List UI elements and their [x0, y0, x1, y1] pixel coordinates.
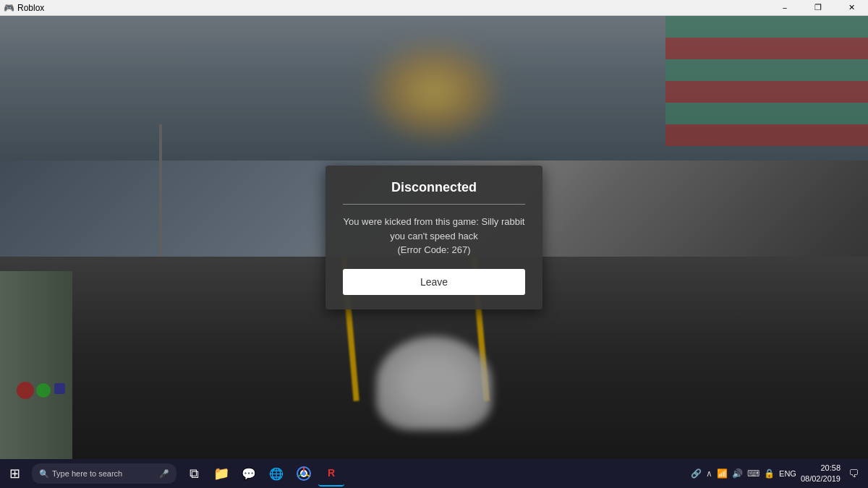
taskbar: ⊞ 🔍 Type here to search 🎤 ⧉ 📁 💬 🌐 R 🔗 ∧ … [0, 459, 868, 488]
modal-divider [343, 204, 525, 205]
volume-icon[interactable]: 🔊 [732, 468, 743, 479]
svg-line-7 [306, 474, 310, 476]
microphone-icon[interactable]: 🎤 [159, 469, 169, 479]
modal-overlay: Disconnected You were kicked from this g… [0, 16, 868, 459]
notification-button[interactable]: 🗨 [845, 465, 862, 482]
security-icon[interactable]: 🔒 [764, 468, 775, 479]
close-button[interactable]: ✕ [835, 0, 868, 16]
roblox-button[interactable]: R [318, 461, 344, 487]
language-icon[interactable]: ENG [779, 469, 796, 478]
taskbar-right: 🔗 ∧ 📶 🔊 ⌨ 🔒 ENG 20:58 08/02/2019 🗨 [691, 463, 868, 485]
network-icon[interactable]: 🔗 [691, 468, 702, 479]
disconnected-modal: Disconnected You were kicked from this g… [326, 166, 542, 309]
minimize-button[interactable]: − [768, 0, 801, 16]
hidden-icons-button[interactable]: ∧ [706, 468, 712, 479]
wifi-icon[interactable]: 📶 [717, 468, 728, 479]
clock-time: 20:58 [801, 463, 841, 474]
window-title: Roblox [17, 3, 768, 13]
file-explorer-button[interactable]: 📁 [208, 461, 234, 487]
maximize-button[interactable]: ❐ [801, 0, 835, 16]
modal-message-text: You were kicked from this game: Silly ra… [344, 216, 525, 255]
weixin-button[interactable]: 💬 [236, 461, 262, 487]
chrome-button[interactable] [291, 461, 317, 487]
taskbar-apps: ⧉ 📁 💬 🌐 R [181, 461, 344, 487]
app-icon: 🎮 [3, 2, 14, 14]
modal-title: Disconnected [343, 180, 525, 195]
start-button[interactable]: ⊞ [0, 459, 29, 488]
svg-point-5 [302, 471, 306, 476]
task-view-button[interactable]: ⧉ [181, 461, 207, 487]
clock[interactable]: 20:58 08/02/2019 [801, 463, 841, 485]
search-bar[interactable]: 🔍 Type here to search 🎤 [32, 463, 176, 484]
title-bar: 🎮 Roblox − ❐ ✕ [0, 0, 868, 16]
keyboard-icon[interactable]: ⌨ [747, 468, 760, 479]
svg-line-8 [298, 474, 302, 476]
search-icon: 🔍 [39, 469, 49, 479]
window-controls: − ❐ ✕ [768, 0, 868, 16]
browser-button[interactable]: 🌐 [263, 461, 289, 487]
modal-message: You were kicked from this game: Silly ra… [343, 215, 525, 257]
clock-date: 08/02/2019 [801, 474, 841, 484]
leave-button[interactable]: Leave [343, 269, 525, 295]
search-placeholder-text: Type here to search [52, 469, 122, 478]
